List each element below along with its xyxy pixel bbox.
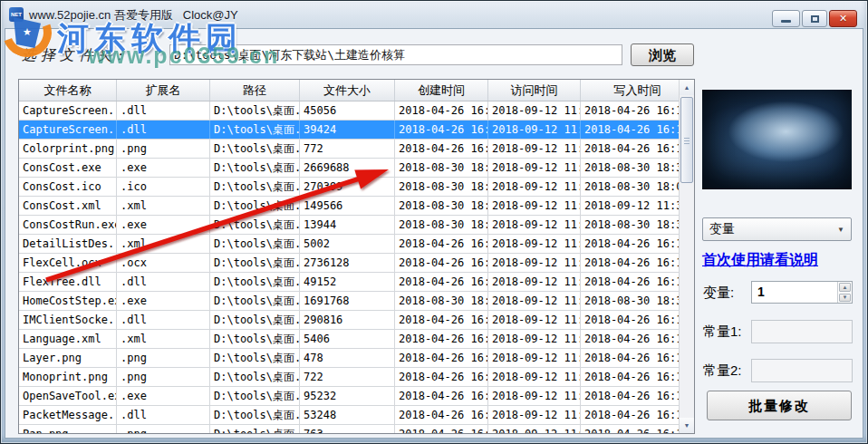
cell-file-size: 49152: [300, 273, 395, 291]
table-row[interactable]: OpenSaveTool.exe .exe D:\tools\桌面... 952…: [19, 387, 694, 406]
cell-file-size: 772: [300, 140, 395, 158]
table-row[interactable]: DetailListDes... .xml D:\tools\桌面... 500…: [19, 235, 694, 254]
cell-path: D:\tools\桌面...: [210, 178, 300, 196]
constant2-input[interactable]: [751, 359, 853, 382]
cell-accessed: 2018-09-12 11:14: [488, 387, 581, 405]
cell-created: 2018-04-26 16:15: [395, 140, 488, 158]
cell-created: 2018-04-26 16:15: [395, 101, 488, 120]
cell-path: D:\tools\桌面...: [210, 273, 300, 291]
table-row[interactable]: Monoprint.png .png D:\tools\桌面... 722 20…: [19, 368, 694, 387]
cell-created: 2018-08-30 18:05: [395, 178, 488, 196]
table-row[interactable]: Pan.png .png D:\tools\桌面... 763 2018-04-…: [19, 425, 694, 434]
header-file-size[interactable]: 文件大小: [300, 80, 395, 101]
variable-value[interactable]: 1: [752, 282, 837, 303]
cell-extension: .exe: [117, 387, 210, 405]
constant1-label: 常量1:: [703, 323, 742, 341]
cell-file-name: CaptureScreen...: [19, 121, 117, 139]
help-link[interactable]: 首次使用请看说明: [702, 251, 818, 270]
cell-written: 2018-04-26 16:15: [581, 387, 694, 405]
cell-file-size: 2669688: [300, 159, 395, 177]
cell-accessed: 2018-09-12 11:14: [488, 140, 581, 158]
cell-written: 2018-04-26 16:15: [581, 101, 694, 120]
cell-extension: .dll: [117, 101, 210, 120]
cell-extension: .exe: [117, 216, 210, 234]
cell-extension: .xml: [117, 235, 210, 253]
file-table: 文件名称 扩展名 路径 文件大小 创建时间 访问时间 写入时间 CaptureS…: [18, 79, 695, 434]
cell-created: 2018-04-26 16:15: [395, 311, 488, 329]
app-window: NET www.52pojie.cn 吾爱专用版 Clock@JY ✕ 选择文件…: [0, 0, 868, 444]
cell-path: D:\tools\桌面...: [210, 140, 300, 158]
variable-spinner[interactable]: 1 ▲ ▼: [751, 281, 853, 304]
close-button[interactable]: ✕: [829, 10, 857, 27]
cell-file-name: ConsCost.exe: [19, 159, 117, 177]
cell-written: 2018-04-26 16:15: [581, 311, 694, 329]
cell-file-name: ConsCostRun.exe: [19, 216, 117, 234]
cell-extension: .dll: [117, 121, 210, 139]
cell-created: 2018-08-30 18:30: [395, 216, 488, 234]
cell-path: D:\tools\桌面...: [210, 425, 300, 434]
maximize-button[interactable]: [802, 10, 827, 27]
header-path[interactable]: 路径: [210, 80, 300, 101]
table-row[interactable]: HomeCostStep.exe .exe D:\tools\桌面... 169…: [19, 292, 694, 311]
cell-file-size: 5002: [300, 235, 395, 253]
scroll-up-icon[interactable]: ▲: [680, 80, 694, 95]
constant1-input[interactable]: [751, 320, 853, 343]
folder-path-input[interactable]: [169, 44, 622, 65]
cell-written: 2018-04-26 16:15: [581, 235, 694, 253]
cell-extension: .ico: [117, 178, 210, 196]
mode-dropdown[interactable]: 变量 ▼: [702, 217, 852, 241]
cell-file-size: 722: [300, 368, 395, 386]
minimize-button[interactable]: [772, 10, 800, 27]
cell-extension: .exe: [117, 292, 210, 310]
cell-file-name: DetailListDes...: [19, 235, 117, 253]
header-extension[interactable]: 扩展名: [117, 80, 210, 101]
cell-file-size: 149566: [300, 197, 395, 215]
cell-path: D:\tools\桌面...: [210, 292, 300, 310]
table-row[interactable]: CaptureScreen... .dll D:\tools\桌面... 394…: [19, 121, 694, 140]
cell-created: 2018-04-26 16:15: [395, 368, 488, 386]
spinner-up-button[interactable]: ▲: [839, 283, 851, 292]
titlebar[interactable]: NET www.52pojie.cn 吾爱专用版 Clock@JY ✕: [1, 1, 867, 28]
table-row[interactable]: Layer.png .png D:\tools\桌面... 478 2018-0…: [19, 349, 694, 368]
cell-created: 2018-04-26 16:15: [395, 121, 488, 139]
table-body: CaptureScreen... .dll D:\tools\桌面... 450…: [19, 101, 694, 434]
table-row[interactable]: Colorprint.png .png D:\tools\桌面... 772 2…: [19, 140, 694, 159]
cell-written: 2018-04-26 16:15: [581, 349, 694, 367]
table-row[interactable]: FlexCell.ocx .ocx D:\tools\桌面... 2736128…: [19, 254, 694, 273]
cell-written: 2018-04-26 16:15: [581, 273, 694, 291]
spinner-down-button[interactable]: ▼: [839, 294, 851, 303]
cell-file-size: 95232: [300, 387, 395, 405]
dropdown-value: 变量: [709, 221, 735, 237]
cell-path: D:\tools\桌面...: [210, 330, 300, 348]
cell-path: D:\tools\桌面...: [210, 406, 300, 424]
table-row[interactable]: ConsCost.xml .xml D:\tools\桌面... 149566 …: [19, 197, 694, 216]
cell-accessed: 2018-09-12 11:14: [488, 330, 581, 348]
cell-extension: .png: [117, 140, 210, 158]
cell-created: 2018-08-30 18:30: [395, 292, 488, 310]
table-row[interactable]: ConsCostRun.exe .exe D:\tools\桌面... 1394…: [19, 216, 694, 235]
header-file-name[interactable]: 文件名称: [19, 80, 117, 101]
table-row[interactable]: ConsCost.exe .exe D:\tools\桌面... 2669688…: [19, 159, 694, 178]
table-row[interactable]: FlexTree.dll .dll D:\tools\桌面... 49152 2…: [19, 273, 694, 292]
table-scrollbar[interactable]: ▲ ▼: [679, 80, 694, 433]
table-row[interactable]: Language.xml .xml D:\tools\桌面... 5406 20…: [19, 330, 694, 349]
scroll-down-icon[interactable]: ▼: [680, 418, 694, 433]
cell-created: 2018-04-26 16:15: [395, 349, 488, 367]
cell-path: D:\tools\桌面...: [210, 235, 300, 253]
table-row[interactable]: IMClientSocke... .dll D:\tools\桌面... 290…: [19, 311, 694, 330]
header-written[interactable]: 写入时间: [581, 80, 694, 101]
scroll-thumb[interactable]: [680, 97, 693, 183]
cell-written: 2018-08-30 18:30: [581, 159, 694, 177]
cell-written: 2018-04-26 16:15: [581, 121, 694, 139]
cell-file-name: FlexTree.dll: [19, 273, 117, 291]
folder-label: 选择文件夹:: [22, 46, 126, 65]
table-row[interactable]: ConsCost.ico .ico D:\tools\桌面... 270399 …: [19, 178, 694, 197]
table-row[interactable]: CaptureScreen... .dll D:\tools\桌面... 450…: [19, 101, 694, 121]
browse-button[interactable]: 浏览: [631, 43, 694, 66]
cell-path: D:\tools\桌面...: [210, 349, 300, 367]
cell-accessed: 2018-09-12 11:14: [488, 178, 581, 196]
header-accessed[interactable]: 访问时间: [488, 80, 581, 101]
header-created[interactable]: 创建时间: [395, 80, 488, 101]
batch-modify-button[interactable]: 批量修改: [707, 391, 852, 420]
table-row[interactable]: PacketMessage... .dll D:\tools\桌面... 532…: [19, 406, 694, 425]
